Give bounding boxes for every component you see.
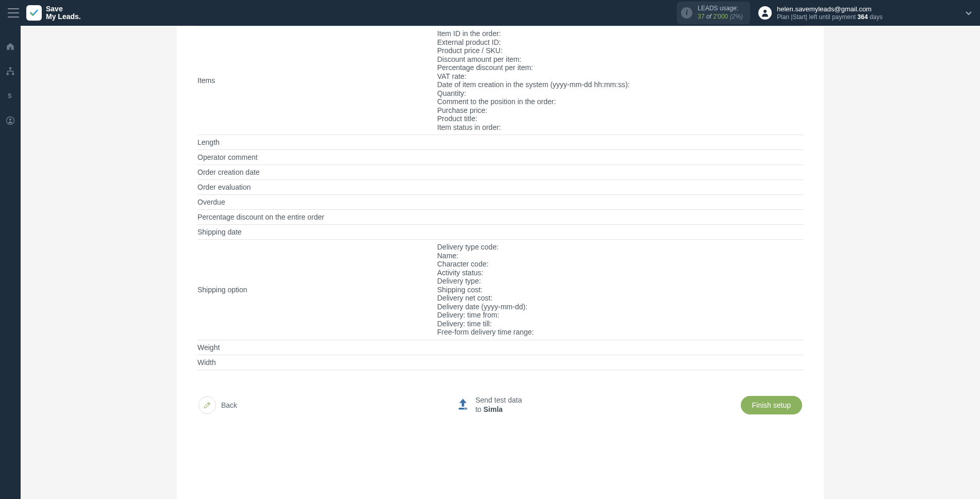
back-button[interactable]: Back bbox=[198, 396, 237, 414]
plan-info: Plan |Start| left until payment 364 days bbox=[777, 13, 883, 21]
connections-icon[interactable] bbox=[5, 66, 15, 76]
send-test-button[interactable]: Send test data to Simla bbox=[456, 396, 522, 414]
field-label: Overdue bbox=[197, 197, 437, 207]
field-value-line: Quantity: bbox=[437, 89, 803, 98]
svg-point-0 bbox=[763, 10, 767, 13]
field-label: Shipping date bbox=[197, 227, 437, 237]
field-value bbox=[437, 197, 803, 199]
field-row: Weight bbox=[197, 340, 803, 355]
field-value-line: Delivery type: bbox=[437, 277, 803, 286]
send-test-label: Send test data to Simla bbox=[475, 396, 522, 414]
field-label: Order creation date bbox=[197, 167, 437, 177]
pencil-icon bbox=[198, 396, 216, 414]
account-menu[interactable]: helen.savemyleads@gmail.com Plan |Start|… bbox=[758, 5, 972, 21]
field-label: Length bbox=[197, 137, 437, 147]
main-content: ItemsItem ID in the order:External produ… bbox=[21, 26, 980, 499]
field-value bbox=[437, 137, 803, 139]
field-value: Delivery type code:Name:Character code:A… bbox=[437, 242, 803, 338]
field-row: Overdue bbox=[197, 195, 803, 210]
field-value-line: Purchase price: bbox=[437, 106, 803, 115]
field-value-line: Discount amount per item: bbox=[437, 55, 803, 64]
field-row: Shipping date bbox=[197, 225, 803, 240]
checkmark-icon bbox=[29, 9, 39, 16]
field-value-line: Name: bbox=[437, 252, 803, 260]
field-value bbox=[437, 357, 803, 359]
sidebar: $ bbox=[0, 26, 21, 499]
field-value-line: Shipping cost: bbox=[437, 286, 803, 294]
field-value bbox=[437, 342, 803, 344]
field-label: Percentage discount on the entire order bbox=[197, 212, 437, 222]
field-value bbox=[437, 227, 803, 229]
field-table: ItemsItem ID in the order:External produ… bbox=[197, 26, 803, 370]
logo-icon bbox=[26, 5, 42, 21]
field-value-line: Delivery: time till: bbox=[437, 320, 803, 328]
field-label: Order evaluation bbox=[197, 182, 437, 192]
field-label: Shipping option bbox=[197, 242, 437, 338]
field-row: Shipping optionDelivery type code:Name:C… bbox=[197, 240, 803, 340]
usage-label: LEADS usage: bbox=[697, 5, 743, 13]
app-header: Save My Leads. i LEADS usage: 37 of 2'00… bbox=[0, 0, 980, 26]
svg-rect-8 bbox=[464, 408, 466, 409]
field-value bbox=[437, 182, 803, 184]
field-row: Length bbox=[197, 135, 803, 150]
field-row: Operator comment bbox=[197, 150, 803, 165]
avatar-icon bbox=[758, 6, 772, 20]
svg-text:$: $ bbox=[8, 92, 11, 99]
billing-icon[interactable]: $ bbox=[5, 91, 15, 101]
field-value-line: Percentage discount per item: bbox=[437, 63, 803, 72]
field-label: Operator comment bbox=[197, 152, 437, 162]
field-value-line: Free-form delivery time range: bbox=[437, 328, 803, 337]
logo[interactable]: Save My Leads. bbox=[26, 5, 81, 21]
field-value-line: Item status in order: bbox=[437, 123, 803, 132]
field-value-line: Product title: bbox=[437, 114, 803, 123]
field-value-line: Item ID in the order: bbox=[437, 29, 803, 38]
field-label: Width bbox=[197, 357, 437, 368]
field-value-line: Character code: bbox=[437, 260, 803, 269]
menu-toggle-button[interactable] bbox=[8, 8, 19, 18]
svg-rect-3 bbox=[12, 73, 14, 75]
field-value-line: VAT rate: bbox=[437, 72, 803, 81]
svg-rect-7 bbox=[459, 408, 467, 410]
form-card: ItemsItem ID in the order:External produ… bbox=[177, 26, 824, 499]
finish-setup-button[interactable]: Finish setup bbox=[741, 396, 802, 414]
field-value-line: Delivery: time from: bbox=[437, 311, 803, 320]
field-value-line: Product price / SKU: bbox=[437, 46, 803, 55]
profile-icon[interactable] bbox=[5, 115, 15, 126]
field-value-line: Delivery type code: bbox=[437, 243, 803, 252]
field-value-line: Date of item creation in the system (yyy… bbox=[437, 80, 803, 89]
field-value bbox=[437, 152, 803, 154]
home-icon[interactable] bbox=[5, 41, 15, 52]
field-label: Items bbox=[197, 28, 437, 132]
svg-rect-1 bbox=[9, 68, 12, 70]
field-value-line: Activity status: bbox=[437, 269, 803, 277]
field-value: Item ID in the order:External product ID… bbox=[437, 28, 803, 132]
back-label: Back bbox=[221, 401, 237, 409]
field-row: Width bbox=[197, 355, 803, 370]
field-row: Order creation date bbox=[197, 165, 803, 180]
field-value-line: External product ID: bbox=[437, 38, 803, 47]
svg-point-6 bbox=[9, 119, 12, 121]
field-row: Order evaluation bbox=[197, 180, 803, 195]
footer-actions: Back Send test data to Simla Finish setu… bbox=[197, 396, 803, 414]
field-value-line: Delivery date (yyyy-mm-dd): bbox=[437, 303, 803, 311]
field-row: ItemsItem ID in the order:External produ… bbox=[197, 26, 803, 135]
field-value bbox=[437, 167, 803, 169]
field-value bbox=[437, 212, 803, 214]
info-icon: i bbox=[681, 7, 692, 19]
svg-rect-9 bbox=[466, 408, 467, 409]
svg-rect-2 bbox=[7, 73, 9, 75]
chevron-down-icon[interactable] bbox=[965, 8, 972, 18]
logo-text: Save My Leads. bbox=[46, 5, 81, 21]
field-value-line: Comment to the position in the order: bbox=[437, 97, 803, 106]
field-value-line: Delivery net cost: bbox=[437, 294, 803, 303]
account-email: helen.savemyleads@gmail.com bbox=[777, 5, 883, 13]
field-row: Percentage discount on the entire order bbox=[197, 210, 803, 225]
usage-values: 37 of 2'000 (2%) bbox=[697, 13, 743, 21]
usage-indicator[interactable]: i LEADS usage: 37 of 2'000 (2%) bbox=[677, 2, 750, 24]
field-label: Weight bbox=[197, 342, 437, 353]
upload-icon bbox=[456, 397, 470, 413]
